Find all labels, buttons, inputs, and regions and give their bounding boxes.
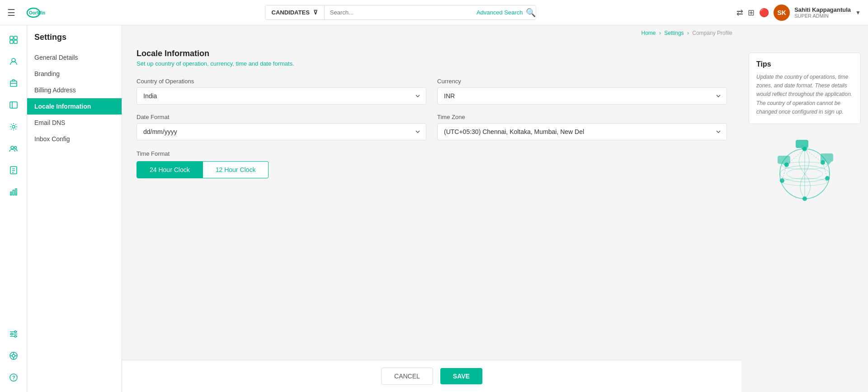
sidebar-icon-help[interactable]: ? — [5, 368, 23, 387]
date-format-group: Date Format dd/mm/yyyy — [137, 114, 426, 140]
add-icon[interactable]: ⊞ — [748, 8, 755, 18]
sidebar-icon-clients[interactable] — [5, 96, 23, 114]
btn-12-hour[interactable]: 12 Hour Clock — [203, 161, 269, 178]
svg-rect-9 — [10, 102, 17, 108]
svg-rect-5 — [14, 40, 17, 43]
svg-rect-54 — [778, 156, 790, 164]
save-button[interactable]: SAVE — [440, 368, 482, 384]
search-input[interactable] — [325, 5, 476, 19]
svg-rect-2 — [10, 36, 13, 39]
candidates-label: CANDIDATES — [272, 9, 310, 16]
form-row-date-timezone: Date Format dd/mm/yyyy Time Zone (UTC+05… — [137, 114, 727, 140]
sidebar-icon-dashboard[interactable] — [5, 31, 23, 49]
time-format-label: Time Format — [137, 150, 170, 157]
svg-rect-50 — [796, 140, 808, 148]
timezone-select[interactable]: (UTC+05:30) Chennai, Koltaka, Mumbai, Ne… — [437, 123, 727, 140]
time-format-group: Time Format 24 Hour Clock 12 Hour Clock — [137, 149, 727, 178]
user-info: Sahiti Kappagantula SUPER ADMIN — [794, 6, 851, 19]
date-format-select[interactable]: dd/mm/yyyy — [137, 123, 426, 140]
section-title: Locale Information — [137, 49, 727, 58]
section-subtitle: Set up country of operation, currency, t… — [137, 60, 727, 67]
notification-icon[interactable]: 🔴 — [759, 8, 769, 18]
breadcrumb-home[interactable]: Home — [642, 30, 656, 36]
user-role: SUPER ADMIN — [794, 13, 851, 19]
breadcrumb-page: Company Profile — [692, 30, 732, 36]
btn-24-hour[interactable]: 24 Hour Clock — [137, 161, 203, 178]
country-group: Country of Operations India — [137, 78, 426, 105]
sidebar-icon-support[interactable] — [5, 347, 23, 365]
logo-svg: OorWin — [24, 6, 61, 19]
content-area: Locale Information Set up country of ope… — [122, 38, 741, 360]
form-row-country-currency: Country of Operations India Currency INR — [137, 78, 727, 105]
date-format-label: Date Format — [137, 114, 426, 120]
search-bar: CANDIDATES ⊽ Advanced Search 🔍 — [265, 5, 536, 20]
sidebar-icon-settings[interactable] — [5, 118, 23, 136]
hamburger-icon[interactable]: ☰ — [7, 7, 15, 18]
user-dropdown-icon[interactable]: ▼ — [855, 10, 861, 16]
sidebar-item-general-details[interactable]: General Details — [27, 49, 122, 66]
settings-sidebar: Settings General Details Branding Billin… — [27, 25, 122, 392]
timezone-label: Time Zone — [437, 114, 727, 120]
svg-point-21 — [11, 333, 13, 335]
svg-rect-18 — [10, 192, 12, 195]
currency-group: Currency INR — [437, 78, 727, 105]
filter-icon: ⊽ — [313, 9, 318, 16]
form-footer: CANCEL SAVE — [122, 360, 741, 392]
search-actions: Advanced Search 🔍 — [476, 8, 536, 18]
advanced-search-link[interactable]: Advanced Search — [476, 9, 523, 16]
sidebar-item-email-dns[interactable]: Email DNS — [27, 115, 122, 131]
main-content: Home › Settings › Company Profile Locale… — [122, 25, 741, 392]
sidebar-item-billing-address[interactable]: Billing Address — [27, 82, 122, 98]
svg-point-12 — [11, 146, 14, 149]
svg-rect-7 — [10, 81, 17, 86]
sidebar-item-inbox-config[interactable]: Inbox Config — [27, 131, 122, 147]
timezone-group: Time Zone (UTC+05:30) Chennai, Koltaka, … — [437, 114, 727, 140]
candidates-selector[interactable]: CANDIDATES ⊽ — [265, 5, 325, 19]
right-panel: Tips Update the country of operations, t… — [741, 25, 868, 392]
breadcrumb: Home › Settings › Company Profile — [122, 25, 741, 38]
sidebar-icon-filter[interactable] — [5, 325, 23, 343]
svg-marker-53 — [826, 162, 831, 165]
svg-rect-19 — [13, 190, 14, 195]
country-label: Country of Operations — [137, 78, 426, 85]
logo: OorWin — [24, 6, 61, 19]
currency-select[interactable]: INR — [437, 87, 727, 105]
sidebar-icon-reports[interactable] — [5, 161, 23, 179]
country-select[interactable]: India — [137, 87, 426, 105]
currency-label: Currency — [437, 78, 727, 85]
sidebar-icon-analytics[interactable] — [5, 183, 23, 201]
settings-title: Settings — [27, 33, 122, 49]
svg-text:?: ? — [12, 375, 15, 380]
header-icons: ⇄ ⊞ 🔴 SK Sahiti Kappagantula SUPER ADMIN… — [736, 5, 861, 21]
cancel-button[interactable]: CANCEL — [381, 368, 433, 385]
sidebar-icon-team[interactable] — [5, 139, 23, 158]
icon-sidebar: ? — [0, 25, 27, 392]
search-icon[interactable]: 🔍 — [526, 8, 536, 18]
svg-point-23 — [14, 335, 16, 337]
main-layout: ? Settings General Details Branding Bill… — [0, 25, 868, 392]
globe-illustration — [749, 124, 861, 215]
svg-point-49 — [802, 196, 807, 201]
svg-rect-20 — [15, 189, 17, 195]
avatar[interactable]: SK — [774, 5, 790, 21]
svg-point-31 — [12, 354, 15, 357]
user-name: Sahiti Kappagantula — [794, 6, 851, 13]
svg-rect-4 — [10, 40, 13, 43]
svg-point-22 — [14, 331, 16, 333]
breadcrumb-settings[interactable]: Settings — [664, 30, 684, 36]
svg-point-11 — [12, 125, 15, 128]
sidebar-item-locale-information[interactable]: Locale Information — [27, 98, 122, 115]
tips-card: Tips Update the country of operations, t… — [749, 53, 861, 124]
svg-text:OorWin: OorWin — [29, 10, 45, 15]
sidebar-icon-jobs[interactable] — [5, 74, 23, 92]
header: ☰ OorWin CANDIDATES ⊽ Advanced Search 🔍 … — [0, 0, 868, 25]
svg-point-13 — [14, 147, 16, 149]
sidebar-icon-candidates[interactable] — [5, 53, 23, 71]
svg-rect-3 — [14, 36, 17, 39]
time-format-buttons: 24 Hour Clock 12 Hour Clock — [137, 161, 727, 178]
refresh-icon[interactable]: ⇄ — [736, 8, 743, 18]
globe-svg — [769, 133, 841, 206]
sidebar-item-branding[interactable]: Branding — [27, 66, 122, 82]
tips-text: Update the country of operations, time z… — [756, 73, 853, 116]
tips-title: Tips — [756, 60, 853, 68]
